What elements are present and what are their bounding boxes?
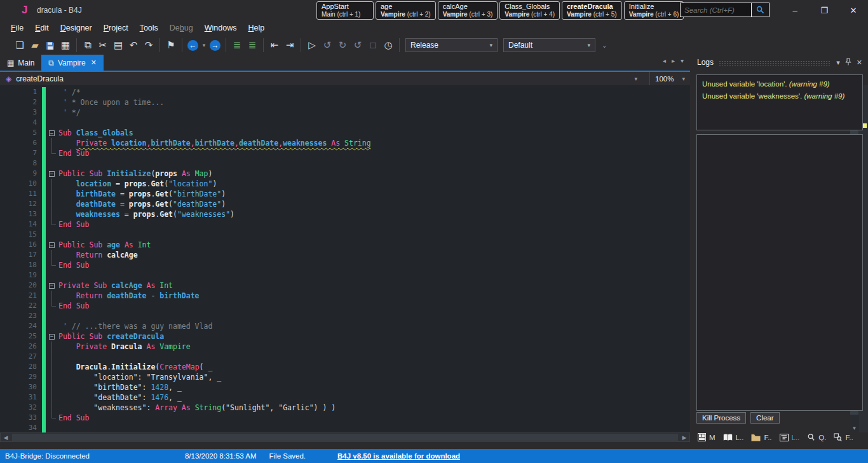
bookmark-button-appstart[interactable]: AppStartMain (ctrl + 1) <box>316 1 374 20</box>
menu-tools[interactable]: Tools <box>134 22 164 34</box>
debug-restart-icon[interactable]: ↻ <box>335 38 350 52</box>
minimize-button[interactable]: – <box>780 0 810 20</box>
menu-debug[interactable]: Debug <box>164 22 199 34</box>
previous-sub-icon[interactable]: ⇤ <box>267 38 282 52</box>
bookmark-button-calcage[interactable]: calcAgeVampire (ctrl + 3) <box>438 1 498 20</box>
panel-close-icon[interactable]: ✕ <box>857 59 862 67</box>
bookmark-module: Vampire <box>443 11 470 18</box>
scroll-left-icon[interactable]: ◀ <box>1 434 11 441</box>
code-text: Public Sub createDracula <box>58 331 164 342</box>
editor-zoom-dropdown[interactable]: 100% ▾ <box>649 72 690 85</box>
menu-edit[interactable]: Edit <box>29 22 55 34</box>
fold-collapse-icon[interactable]: − <box>49 171 55 177</box>
tab-scroll-left-icon[interactable]: ◂ <box>663 57 666 64</box>
fold-column <box>46 301 58 311</box>
scope-guide <box>51 403 52 413</box>
copy-icon[interactable]: ⧉ <box>80 38 95 52</box>
kill-process-button[interactable]: Kill Process <box>696 412 746 424</box>
line-number: 25 <box>0 331 42 342</box>
build-configuration-dropdown[interactable]: Release▾ <box>405 38 498 52</box>
fold-collapse-icon[interactable]: − <box>49 130 55 136</box>
tool-tab-find-references[interactable]: F.. <box>831 431 855 443</box>
debug-step-icon[interactable]: ↺ <box>350 38 365 52</box>
next-sub-icon[interactable]: ⇥ <box>282 38 297 52</box>
bookmark-button-age[interactable]: ageVampire (ctrl + 2) <box>376 1 436 20</box>
tab-vampire[interactable]: ⧉Vampire✕ <box>41 55 104 71</box>
debug-resume-icon[interactable]: ↺ <box>320 38 335 52</box>
search-button[interactable] <box>751 3 769 17</box>
run-configuration-dropdown[interactable]: Default▾ <box>503 38 595 52</box>
code-text: End Sub <box>58 219 89 230</box>
code-line: 20−Private Sub calcAge As Int <box>0 280 371 291</box>
restore-button[interactable]: ❐ <box>810 0 839 20</box>
code-line: 6Private location,birthDate,birthDate,de… <box>0 138 371 148</box>
undo-icon[interactable]: ↶ <box>126 38 141 52</box>
toolbar-group: ▷↺↻↺□◷ <box>301 38 400 52</box>
profiler-icon[interactable]: ◷ <box>381 38 396 52</box>
panel-dropdown-icon[interactable]: ▾ <box>836 59 840 67</box>
log-output-box[interactable]: Unused variable 'location'. (warning #9)… <box>696 74 863 130</box>
fold-collapse-icon[interactable]: − <box>49 283 55 289</box>
fold-column <box>46 158 58 169</box>
paste-icon[interactable]: ▤ <box>111 38 126 52</box>
menu-designer[interactable]: Designer <box>55 22 98 34</box>
menu-file[interactable]: File <box>5 22 29 34</box>
fold-column <box>46 321 58 331</box>
logs-panel-header[interactable]: Logs ▾ ✕ <box>691 55 868 70</box>
fold-collapse-icon[interactable]: − <box>49 334 55 340</box>
code-text: End Sub <box>58 301 89 311</box>
tool-tab-quick-search[interactable]: Q. <box>804 431 829 443</box>
tool-tab-logs-list[interactable]: L.. <box>777 431 803 443</box>
bookmark-button-class_globals[interactable]: Class_GlobalsVampire (ctrl + 4) <box>499 1 560 20</box>
bookmark-button-createdracula[interactable]: createDraculaVampire (ctrl + 5) <box>562 1 622 20</box>
navigate-back-icon[interactable]: ← <box>187 40 198 51</box>
menu-project[interactable]: Project <box>98 22 134 34</box>
code-line: 28Dracula.Initialize(CreateMap( _ <box>0 362 371 372</box>
uncomment-icon[interactable]: ≣ <box>245 38 260 52</box>
menu-help[interactable]: Help <box>242 22 270 34</box>
back-dropdown-icon[interactable]: ▾ <box>200 38 208 52</box>
tab-close-icon[interactable]: ✕ <box>91 59 97 67</box>
search-input[interactable] <box>681 3 751 17</box>
navigate-forward-icon[interactable]: → <box>210 40 220 51</box>
tab-list-dropdown-icon[interactable]: ▾ <box>681 57 684 64</box>
tab-scroll-right-icon[interactable]: ▸ <box>672 57 675 64</box>
export-module-icon[interactable]: ▦ <box>58 38 73 52</box>
tool-tab-files-folder[interactable]: F.. <box>749 431 774 443</box>
clear-button[interactable]: Clear <box>750 412 779 424</box>
scroll-right-icon[interactable]: ▶ <box>679 434 689 441</box>
update-download-link[interactable]: B4J v8.50 is available for download <box>331 452 466 460</box>
code-editor[interactable]: 1' /*2' * Once upon a time...3' */45−Sub… <box>0 85 690 432</box>
bookmark-icon[interactable]: ⚑ <box>163 38 179 52</box>
fold-column <box>46 148 58 158</box>
save-icon[interactable] <box>43 38 58 52</box>
run-icon[interactable]: ▷ <box>304 38 320 52</box>
bookmark-shortcut: (ctrl + 6) <box>655 11 679 18</box>
stop-icon[interactable]: □ <box>365 38 381 52</box>
new-file-icon[interactable]: ❏ <box>12 38 27 52</box>
code-line: 12deathDate = props.Get("deathDate") <box>0 199 371 209</box>
tool-tab-modules-grid[interactable]: M <box>695 431 718 443</box>
current-sub-dropdown[interactable]: ◈ createDracula ▾ <box>0 72 649 85</box>
comment-icon[interactable]: ≣ <box>229 38 245 52</box>
line-number: 32 <box>0 403 42 413</box>
pin-icon[interactable] <box>845 58 851 67</box>
fold-collapse-icon[interactable]: − <box>49 242 55 248</box>
code-line: 10location = props.Get("location") <box>0 179 371 189</box>
modules-grid-icon <box>698 433 706 441</box>
tab-main[interactable]: ▦Main <box>0 55 41 71</box>
menu-windows[interactable]: Windows <box>199 22 243 34</box>
horizontal-scroll-thumb[interactable] <box>12 434 678 441</box>
open-folder-icon[interactable]: ▰ <box>27 38 43 52</box>
toolbar-overflow-icon[interactable]: ⌄ <box>602 42 607 49</box>
bookmark-button-initialize[interactable]: InitializeVampire (ctrl + 6) <box>624 1 684 20</box>
log-secondary-box[interactable] <box>696 134 863 411</box>
scope-guide <box>51 372 52 382</box>
close-button[interactable]: ✕ <box>839 0 868 20</box>
editor-horizontal-scrollbar[interactable]: ◀ ▶ <box>0 432 690 442</box>
redo-icon[interactable]: ↷ <box>141 38 156 52</box>
fold-column <box>46 209 58 219</box>
tool-tab-libraries-book[interactable]: L.. <box>721 431 747 443</box>
line-number: 5 <box>0 128 42 138</box>
cut-icon[interactable]: ✂ <box>95 38 111 52</box>
